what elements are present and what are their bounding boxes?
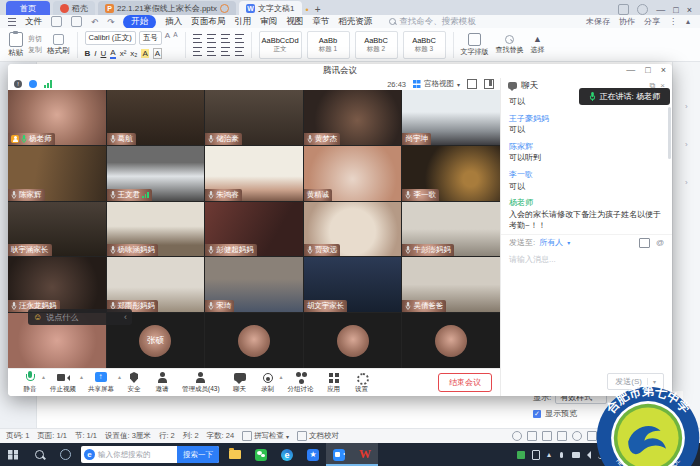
calculator-icon[interactable] bbox=[532, 450, 540, 460]
wechat-button[interactable] bbox=[248, 443, 274, 466]
taskbar-search-button[interactable] bbox=[26, 443, 52, 466]
video-tile[interactable]: 储治豪 bbox=[205, 90, 303, 145]
find-replace-tool[interactable]: 查找替换 bbox=[496, 35, 524, 55]
two-page-view-icon[interactable] bbox=[557, 431, 567, 441]
menu-file[interactable]: 文件 bbox=[25, 16, 42, 28]
meeting-toolbar-item[interactable]: 邀请 bbox=[148, 370, 176, 396]
menu-references[interactable]: 引用 bbox=[234, 16, 251, 28]
font-color-button[interactable]: A bbox=[110, 48, 115, 59]
layout-icon[interactable] bbox=[484, 79, 494, 89]
outline-view-icon[interactable] bbox=[542, 431, 552, 441]
video-tile[interactable]: 耿宇涵家长 bbox=[8, 202, 106, 257]
paste-button[interactable]: 粘贴 bbox=[8, 32, 23, 58]
tray-microphone-icon[interactable] bbox=[560, 452, 563, 458]
quick-chat-bar[interactable]: ☺ 说点什么 ‹ bbox=[28, 309, 132, 325]
video-tile[interactable]: 胡文宇家长 bbox=[304, 257, 402, 312]
align-right-icon[interactable] bbox=[221, 47, 230, 56]
cut-button[interactable]: 剪切 bbox=[28, 34, 42, 44]
word-count[interactable]: 字数: 24 bbox=[207, 431, 235, 441]
wps-button[interactable]: W bbox=[352, 443, 378, 466]
web-view-icon[interactable] bbox=[572, 431, 582, 441]
undo-icon[interactable]: ↶ bbox=[91, 17, 98, 27]
sidebar-chevron-icon[interactable]: › bbox=[685, 102, 688, 111]
menu-insert[interactable]: 插入 bbox=[165, 16, 182, 28]
taskbar-search-box[interactable]: e 输入你想搜索的 搜索一下 bbox=[81, 446, 219, 463]
redo-icon[interactable]: ↷ bbox=[107, 17, 114, 27]
reading-mode-icon[interactable] bbox=[618, 4, 629, 15]
bold-button[interactable]: B bbox=[85, 49, 91, 58]
start-button[interactable] bbox=[0, 443, 26, 466]
edge-button[interactable]: e bbox=[274, 443, 300, 466]
font-name-select[interactable]: Calibri (正文) bbox=[85, 31, 136, 45]
meeting-shield-icon[interactable] bbox=[29, 80, 37, 88]
window-close-button[interactable]: × bbox=[687, 5, 692, 15]
tray-app-icon[interactable] bbox=[517, 451, 525, 459]
number-list-icon[interactable] bbox=[207, 34, 216, 43]
eye-protect-icon[interactable] bbox=[637, 4, 648, 15]
file-explorer-button[interactable] bbox=[222, 443, 248, 466]
style-preset[interactable]: AaBbC 标题 2 bbox=[355, 31, 398, 59]
superscript-button[interactable]: x² bbox=[120, 49, 127, 58]
share-button[interactable]: 分享 bbox=[644, 16, 660, 27]
tab-ppt-document[interactable]: P 22.1.21寒假线上家长会.pptx bbox=[98, 1, 236, 15]
menu-home[interactable]: 开始 bbox=[123, 15, 156, 29]
video-tile[interactable]: 汪永龙妈妈 bbox=[8, 257, 106, 312]
meeting-toolbar-item[interactable]: 分组讨论 bbox=[282, 370, 320, 396]
meeting-toolbar-item[interactable]: ▴ 录制 bbox=[254, 370, 282, 396]
speaker-icon[interactable] bbox=[587, 451, 591, 459]
command-search[interactable]: 查找命令、搜索模板 bbox=[389, 16, 476, 28]
bullet-list-icon[interactable] bbox=[193, 34, 202, 43]
video-tile[interactable] bbox=[304, 313, 402, 368]
chat-input[interactable]: 请输入消息... 发送(S) ▾ bbox=[501, 250, 672, 396]
video-tile[interactable]: 杨老师 bbox=[8, 90, 106, 145]
view-mode-select[interactable]: 宫格视图 ▾ bbox=[413, 79, 460, 89]
video-tile[interactable]: 杨咏涵妈妈 bbox=[107, 202, 205, 257]
meeting-toolbar-item[interactable]: 安全 bbox=[120, 370, 148, 396]
line-spacing-icon[interactable] bbox=[235, 47, 244, 56]
meeting-maximize-button[interactable]: □ bbox=[645, 65, 650, 75]
meeting-title-bar[interactable]: 腾讯会议 bbox=[8, 64, 672, 78]
video-tile[interactable]: 宋琦 bbox=[205, 257, 303, 312]
show-preview-checkbox[interactable]: ✓ bbox=[533, 410, 541, 418]
meeting-toolbar-item[interactable]: ▴ 共享屏幕 bbox=[82, 370, 120, 396]
chat-messages[interactable]: 可以 王子豪妈妈 可以 陈家辉 可以听到 李一歌 可以 杨老师 入会的家长请修改… bbox=[501, 93, 672, 234]
more-icon[interactable]: ⋮ bbox=[669, 17, 677, 26]
new-tab-button[interactable]: + bbox=[315, 4, 321, 15]
menu-daoke-resources[interactable]: 稻壳资源 bbox=[338, 16, 372, 28]
copy-button[interactable]: 复制 bbox=[28, 45, 42, 55]
video-tile[interactable] bbox=[205, 313, 303, 368]
menu-page-layout[interactable]: 页面布局 bbox=[191, 16, 225, 28]
menu-view[interactable]: 视图 bbox=[286, 16, 303, 28]
collapse-ribbon-icon[interactable]: ▴ bbox=[686, 17, 690, 26]
menu-review[interactable]: 审阅 bbox=[260, 16, 277, 28]
video-tile[interactable]: 彭健超妈妈 bbox=[205, 202, 303, 257]
video-tile[interactable]: 牛彭澎妈妈 bbox=[402, 202, 500, 257]
fullscreen-icon[interactable] bbox=[467, 79, 477, 89]
video-tile[interactable]: 贾致远 bbox=[304, 202, 402, 257]
indent-icon[interactable] bbox=[235, 34, 244, 43]
tray-expand-icon[interactable]: ▴ bbox=[547, 450, 551, 459]
video-tile[interactable]: 陈家辉 bbox=[8, 146, 106, 201]
video-tile[interactable]: 黄梦杰 bbox=[304, 90, 402, 145]
style-preset[interactable]: AaBbCcDd 正文 bbox=[259, 31, 302, 59]
format-painter-button[interactable]: 格式刷 bbox=[47, 34, 70, 56]
send-to-select[interactable]: 所有人 bbox=[539, 237, 563, 248]
mention-icon[interactable]: @ bbox=[656, 238, 664, 248]
meeting-toolbar-item[interactable]: 聊天 bbox=[226, 370, 254, 396]
italic-button[interactable]: I bbox=[94, 49, 96, 58]
emoji-icon[interactable]: ☺ bbox=[33, 313, 42, 322]
underline-button[interactable]: U bbox=[101, 49, 107, 58]
image-attach-icon[interactable] bbox=[639, 238, 650, 248]
tab-word-document[interactable]: W 文字文稿1 bbox=[239, 1, 301, 15]
cortana-button[interactable] bbox=[52, 443, 78, 466]
chat-scrollbar[interactable] bbox=[668, 107, 671, 159]
print-icon[interactable] bbox=[71, 16, 82, 27]
video-tile[interactable]: 郑雨彤妈妈 bbox=[107, 257, 205, 312]
meeting-toolbar-item[interactable]: 应用 bbox=[320, 370, 348, 396]
video-tile[interactable] bbox=[402, 313, 500, 368]
align-center-icon[interactable] bbox=[207, 47, 216, 56]
spell-check-button[interactable]: 拼写检查 ▾ bbox=[242, 431, 289, 441]
style-preset[interactable]: AaBbC 标题 3 bbox=[403, 31, 446, 59]
video-tile[interactable]: 尚宇坤 bbox=[402, 90, 500, 145]
subscript-button[interactable]: x₂ bbox=[130, 49, 137, 58]
